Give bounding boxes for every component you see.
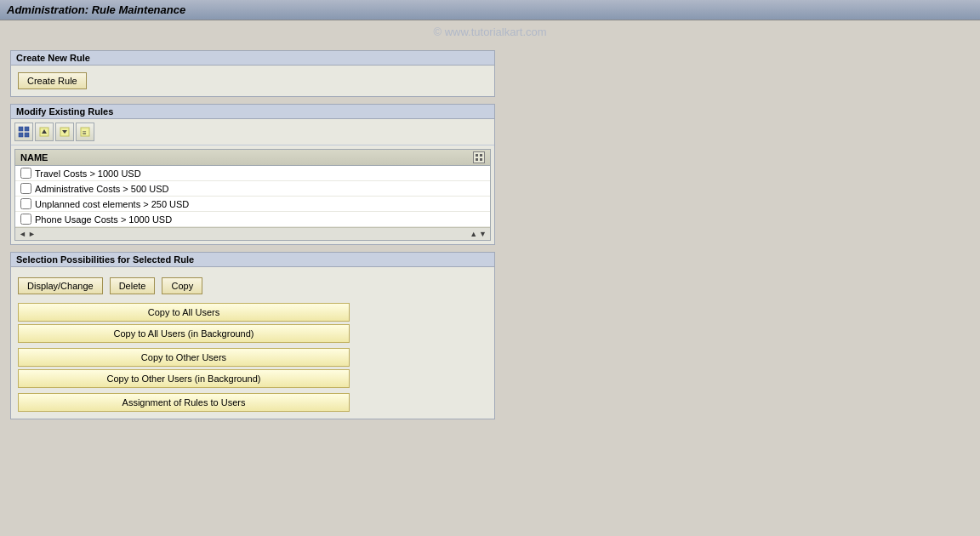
scrollbar-area: ◄ ► ▲ ▼ [15, 227, 490, 240]
copy-all-users-group: Copy to All Users Copy to All Users (in … [18, 303, 487, 343]
scroll-left-icon[interactable]: ◄ [19, 230, 26, 238]
primary-buttons-row: Display/Change Delete Copy [18, 274, 487, 298]
assignment-of-rules-to-users-button[interactable]: Assignment of Rules to Users [18, 393, 350, 412]
copy-other-users-group: Copy to Other Users Copy to Other Users … [18, 348, 487, 388]
row-checkbox-2[interactable] [20, 183, 31, 194]
table-row[interactable]: Unplanned cost elements > 250 USD [15, 197, 490, 212]
delete-button[interactable]: Delete [110, 277, 156, 294]
toolbar-btn-4[interactable]: ≡ [76, 123, 94, 141]
create-new-rule-title: Create New Rule [11, 51, 494, 66]
create-new-rule-section: Create New Rule Create Rule [10, 50, 495, 97]
rule-table-rows: Travel Costs > 1000 USD Administrative C… [15, 166, 490, 227]
copy-to-other-users-button[interactable]: Copy to Other Users [18, 348, 350, 367]
copy-to-all-users-button[interactable]: Copy to All Users [18, 303, 350, 322]
svg-text:≡: ≡ [83, 129, 87, 137]
toolbar-btn-2[interactable] [35, 123, 54, 141]
svg-rect-0 [19, 127, 23, 131]
modify-existing-rules-title: Modify Existing Rules [11, 105, 494, 119]
table-row[interactable]: Travel Costs > 1000 USD [15, 166, 490, 181]
table-row[interactable]: Phone Usage Costs > 1000 USD [15, 212, 490, 227]
toolbar-btn-3[interactable] [55, 123, 74, 141]
svg-rect-13 [480, 158, 482, 161]
table-header: NAME [15, 150, 490, 166]
column-settings-icon[interactable] [473, 151, 485, 163]
selection-possibilities-title: Selection Possibilities for Selected Rul… [11, 253, 494, 267]
table-row[interactable]: Administrative Costs > 500 USD [15, 181, 490, 197]
modify-existing-rules-section: Modify Existing Rules [10, 104, 495, 245]
svg-rect-10 [476, 154, 478, 157]
toolbar-btn-1[interactable] [14, 123, 33, 141]
scroll-down-icon[interactable]: ▼ [479, 230, 487, 238]
scroll-up-icon[interactable]: ▲ [470, 230, 477, 238]
row-checkbox-3[interactable] [20, 198, 31, 209]
svg-rect-11 [480, 154, 482, 157]
svg-rect-2 [19, 133, 23, 137]
copy-to-all-users-background-button[interactable]: Copy to All Users (in Background) [18, 324, 350, 343]
svg-rect-12 [476, 158, 478, 161]
row-checkbox-1[interactable] [20, 168, 31, 179]
title-bar: Administration: Rule Maintenance [0, 0, 980, 20]
watermark: © www.tutorialkart.com [0, 20, 980, 43]
svg-rect-1 [25, 127, 29, 131]
svg-rect-3 [25, 133, 29, 137]
row-checkbox-4[interactable] [20, 214, 31, 225]
title-text: Administration: Rule Maintenance [7, 3, 185, 16]
scroll-right-icon[interactable]: ► [28, 230, 36, 238]
selection-possibilities-section: Selection Possibilities for Selected Rul… [10, 252, 495, 419]
display-change-button[interactable]: Display/Change [18, 277, 103, 294]
create-rule-button[interactable]: Create Rule [18, 72, 87, 89]
assignment-group: Assignment of Rules to Users [18, 393, 487, 412]
copy-button[interactable]: Copy [162, 277, 202, 294]
copy-to-other-users-background-button[interactable]: Copy to Other Users (in Background) [18, 369, 350, 388]
